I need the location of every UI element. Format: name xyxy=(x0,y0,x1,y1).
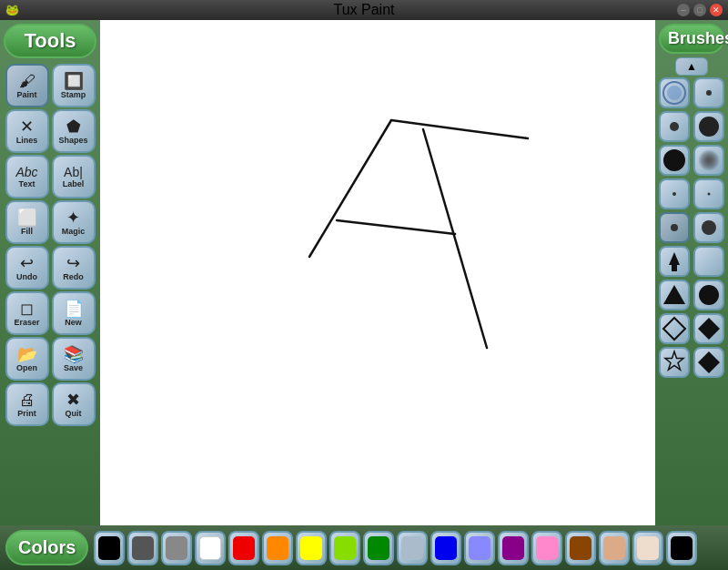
svg-line-3 xyxy=(337,220,455,234)
tool-magic[interactable]: ✦ Magic xyxy=(52,200,96,244)
main-layout: Tools 🖌 Paint 🔲 Stamp ✕ Lines ⬟ Shapes xyxy=(0,20,728,525)
tool-text[interactable]: Abc Text xyxy=(5,155,49,198)
brushes-grid xyxy=(659,77,724,378)
tool-print[interactable]: 🖨 Print xyxy=(5,382,49,426)
color-gray[interactable] xyxy=(161,531,192,565)
tools-panel: Tools 🖌 Paint 🔲 Stamp ✕ Lines ⬟ Shapes xyxy=(0,20,100,525)
color-teal[interactable] xyxy=(397,531,428,565)
color-swatch-beige xyxy=(637,536,659,560)
tool-redo[interactable]: ↪ Redo xyxy=(52,246,96,290)
color-black2[interactable] xyxy=(666,531,697,565)
color-purple[interactable] xyxy=(498,531,529,565)
tools-row-1: 🖌 Paint 🔲 Stamp xyxy=(4,64,96,107)
brush-2[interactable] xyxy=(693,77,724,108)
new-label: New xyxy=(65,318,82,327)
paint-icon: 🖌 xyxy=(19,73,35,89)
color-green-light[interactable] xyxy=(329,531,360,565)
svg-point-5 xyxy=(667,86,682,100)
brush-17[interactable] xyxy=(659,347,690,378)
svg-point-13 xyxy=(671,224,678,231)
tool-paint[interactable]: 🖌 Paint xyxy=(5,64,49,107)
tool-label[interactable]: Ab| Label xyxy=(52,155,96,198)
open-label: Open xyxy=(16,363,37,372)
tool-stamp[interactable]: 🔲 Stamp xyxy=(52,64,96,107)
text-icon: Abc xyxy=(15,166,37,178)
magic-icon: ✦ xyxy=(66,209,80,226)
color-blue[interactable] xyxy=(430,531,461,565)
tools-row-7: 📂 Open 📚 Save xyxy=(4,337,96,381)
print-label: Print xyxy=(17,409,36,418)
save-label: Save xyxy=(64,363,83,372)
brush-6[interactable] xyxy=(693,145,724,176)
color-swatch-brown xyxy=(570,536,592,560)
brush-9[interactable] xyxy=(659,212,690,243)
canvas-area[interactable] xyxy=(100,20,655,525)
brush-1[interactable] xyxy=(659,77,690,108)
color-gray-dark[interactable] xyxy=(127,531,158,565)
titlebar: 🐸 Tux Paint – □ ✕ xyxy=(0,0,728,20)
color-pink[interactable] xyxy=(531,531,562,565)
color-black[interactable] xyxy=(94,531,125,565)
color-red[interactable] xyxy=(228,531,259,565)
color-yellow[interactable] xyxy=(296,531,327,565)
brush-5[interactable] xyxy=(659,145,690,176)
lines-label: Lines xyxy=(16,136,38,145)
color-swatch-gray-dark xyxy=(132,536,154,560)
brush-14[interactable] xyxy=(693,280,724,310)
brush-15[interactable] xyxy=(659,313,690,344)
svg-point-11 xyxy=(672,192,676,196)
svg-marker-15 xyxy=(669,252,680,265)
shapes-icon: ⬟ xyxy=(66,118,81,135)
brush-18[interactable] xyxy=(693,347,724,378)
open-icon: 📂 xyxy=(17,346,37,362)
tool-save[interactable]: 📚 Save xyxy=(52,337,96,381)
tools-row-6: ◻ Eraser 📄 New xyxy=(4,291,96,335)
fill-icon: ⬜ xyxy=(17,209,37,226)
color-swatch-gray xyxy=(166,536,187,560)
svg-point-6 xyxy=(706,90,712,96)
minimize-button[interactable]: – xyxy=(677,4,690,16)
maximize-button[interactable]: □ xyxy=(693,4,706,16)
color-green[interactable] xyxy=(363,531,394,565)
brush-4[interactable] xyxy=(693,111,724,142)
color-white[interactable] xyxy=(195,531,226,565)
brush-8[interactable] xyxy=(693,178,724,209)
svg-marker-20 xyxy=(698,318,720,340)
color-brown[interactable] xyxy=(565,531,596,565)
brush-scroll-up[interactable]: ▲ xyxy=(675,57,708,76)
color-orange[interactable] xyxy=(262,531,293,565)
tools-row-2: ✕ Lines ⬟ Shapes xyxy=(4,109,96,153)
brush-13[interactable] xyxy=(659,280,690,310)
tool-fill[interactable]: ⬜ Fill xyxy=(5,200,49,244)
color-swatch-blue-light xyxy=(469,536,490,560)
quit-label: Quit xyxy=(66,409,82,418)
tools-row-3: Abc Text Ab| Label xyxy=(4,155,96,198)
brush-11[interactable] xyxy=(659,246,690,277)
brush-10[interactable] xyxy=(693,212,724,243)
close-button[interactable]: ✕ xyxy=(710,4,723,16)
svg-point-7 xyxy=(670,122,679,131)
color-beige[interactable] xyxy=(632,531,663,565)
brush-3[interactable] xyxy=(659,111,690,142)
tool-lines[interactable]: ✕ Lines xyxy=(5,109,49,153)
color-swatch-purple xyxy=(502,536,524,560)
brush-7[interactable] xyxy=(659,178,690,209)
tool-undo[interactable]: ↩ Undo xyxy=(5,246,49,290)
color-swatch-black2 xyxy=(671,536,693,560)
brush-16[interactable] xyxy=(693,313,724,344)
svg-marker-19 xyxy=(663,318,685,340)
tool-open[interactable]: 📂 Open xyxy=(5,337,49,381)
tools-row-8: 🖨 Print ✖ Quit xyxy=(4,382,96,426)
brush-12[interactable] xyxy=(693,246,724,277)
lines-icon: ✕ xyxy=(20,118,34,135)
drawing-svg[interactable] xyxy=(100,20,655,525)
color-blue-light[interactable] xyxy=(464,531,495,565)
tool-shapes[interactable]: ⬟ Shapes xyxy=(52,109,96,153)
color-swatch-red xyxy=(233,536,255,560)
color-tan[interactable] xyxy=(599,531,630,565)
tool-quit[interactable]: ✖ Quit xyxy=(52,382,96,426)
tool-new[interactable]: 📄 New xyxy=(52,291,96,335)
tool-eraser[interactable]: ◻ Eraser xyxy=(5,291,49,335)
svg-rect-16 xyxy=(672,265,677,271)
print-icon: 🖨 xyxy=(19,392,35,408)
